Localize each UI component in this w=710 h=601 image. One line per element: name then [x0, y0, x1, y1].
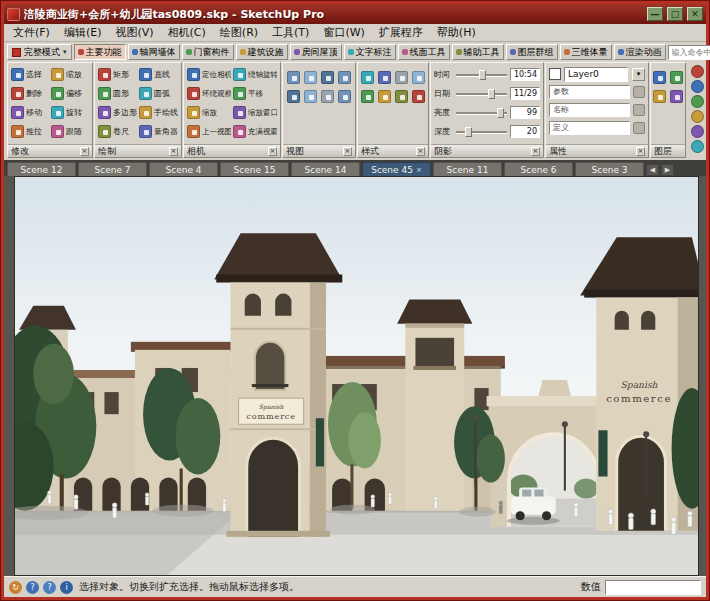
scene-tab-14[interactable]: Scene 14: [291, 162, 360, 176]
close-icon[interactable]: ×: [416, 166, 422, 174]
tape-measure-tool[interactable]: 卷尺: [98, 122, 137, 141]
full-mode-button[interactable]: 完整模式 ▾: [7, 44, 72, 60]
minimize-button[interactable]: —: [647, 7, 663, 21]
params-icon[interactable]: [633, 86, 645, 98]
layer-dropdown[interactable]: Layer0: [564, 67, 628, 82]
left-view-icon[interactable]: [304, 90, 317, 103]
textured-style-icon[interactable]: [378, 90, 391, 103]
plugin-tab-building-facilities[interactable]: 建筑设施: [236, 44, 288, 60]
scene-tab-7[interactable]: Scene 7: [78, 162, 147, 176]
scene-scroll-left-icon[interactable]: ◀: [646, 164, 659, 176]
perspective-view-icon[interactable]: [338, 90, 351, 103]
plugin-tab-layers-groups[interactable]: 图层群组: [506, 44, 558, 60]
line-tool[interactable]: 直线: [139, 65, 178, 84]
scene-scroll-right-icon[interactable]: ▶: [661, 164, 674, 176]
close-button[interactable]: ✕: [687, 7, 703, 21]
definition-icon[interactable]: [633, 122, 645, 134]
scale-tool[interactable]: 缩放: [51, 65, 89, 84]
title-bar[interactable]: 涪陵商业街+会所+幼儿园tas0809.skp - SketchUp Pro —…: [4, 4, 706, 24]
plugin-icon[interactable]: [691, 140, 704, 153]
close-icon[interactable]: ×: [416, 147, 425, 156]
protractor-tool[interactable]: 量角器: [139, 122, 178, 141]
shaded-style-icon[interactable]: [361, 90, 374, 103]
info-icon[interactable]: i: [60, 581, 73, 594]
bottom-view-icon[interactable]: [321, 90, 334, 103]
plugin-icon[interactable]: [691, 95, 704, 108]
shadow-dark-slider[interactable]: [456, 126, 507, 138]
plugin-icon[interactable]: [691, 125, 704, 138]
zoom-extents-tool[interactable]: 充满视窗: [233, 122, 277, 141]
position-camera-tool[interactable]: 定位相机: [187, 65, 231, 84]
measurement-input[interactable]: [605, 580, 701, 595]
layer-manager-icon[interactable]: [653, 71, 666, 84]
shadows-toggle-icon[interactable]: [412, 90, 425, 103]
back-edges-style-icon[interactable]: [378, 71, 391, 84]
front-view-icon[interactable]: [321, 71, 334, 84]
group-caption-layers[interactable]: 图层: [651, 144, 685, 157]
3d-scene[interactable]: Spanish commerce: [15, 177, 698, 575]
offset-tool[interactable]: 偏移: [51, 84, 89, 103]
maximize-button[interactable]: □: [667, 7, 683, 21]
slider-thumb[interactable]: [497, 108, 504, 118]
menu-item-camera[interactable]: 相机(C): [161, 24, 213, 41]
plugin-tab-text-annotation[interactable]: 文字标注: [344, 44, 396, 60]
scene-tab-4[interactable]: Scene 4: [149, 162, 218, 176]
menu-item-file[interactable]: 文件(F): [6, 24, 57, 41]
wireframe-style-icon[interactable]: [395, 71, 408, 84]
scene-tab-6[interactable]: Scene 6: [504, 162, 573, 176]
move-tool[interactable]: 移动: [11, 103, 49, 122]
menu-item-help[interactable]: 帮助(H): [430, 24, 483, 41]
close-icon[interactable]: ×: [268, 147, 277, 156]
close-icon[interactable]: ×: [169, 147, 178, 156]
group-caption-camera[interactable]: 相机×: [184, 144, 280, 157]
shadow-date-slider[interactable]: [456, 88, 507, 100]
xray-style-icon[interactable]: [361, 71, 374, 84]
layer-color-swatch[interactable]: [549, 68, 561, 80]
pan-tool[interactable]: 平移: [233, 84, 277, 103]
group-caption-draw[interactable]: 绘制×: [95, 144, 181, 157]
close-icon[interactable]: ×: [343, 147, 352, 156]
select-tool[interactable]: 选择: [11, 65, 49, 84]
close-icon[interactable]: ×: [636, 147, 645, 156]
top-view-icon[interactable]: [304, 71, 317, 84]
zoom-window-tool[interactable]: 缩放窗口: [233, 103, 277, 122]
group-caption-shadow[interactable]: 阴影×: [431, 144, 543, 157]
eraser-tool[interactable]: 删除: [11, 84, 49, 103]
help-icon[interactable]: ?: [43, 581, 56, 594]
orbit-tool[interactable]: 环绕观察: [187, 84, 231, 103]
menu-item-edit[interactable]: 编辑(E): [57, 24, 109, 41]
plugin-icon[interactable]: [691, 110, 704, 123]
followme-tool[interactable]: 跟随: [51, 122, 89, 141]
params-field[interactable]: 参数: [549, 85, 630, 99]
plugin-tab-auxiliary-tools[interactable]: 辅助工具: [452, 44, 504, 60]
purge-layers-icon[interactable]: [653, 90, 666, 103]
right-view-icon[interactable]: [338, 71, 351, 84]
scene-tab-11[interactable]: Scene 11: [433, 162, 502, 176]
back-view-icon[interactable]: [287, 90, 300, 103]
pushpull-tool[interactable]: 推拉: [11, 122, 49, 141]
group-caption-styles[interactable]: 样式×: [358, 144, 428, 157]
plugin-tab-main-functions[interactable]: 主要功能: [74, 44, 126, 60]
plugin-tab-3d-massing[interactable]: 三维体量: [560, 44, 612, 60]
polygon-tool[interactable]: 多边形: [98, 103, 137, 122]
group-caption-modify[interactable]: 修改×: [8, 144, 92, 157]
scene-tab-45-active[interactable]: Scene 45×: [362, 162, 431, 176]
shadow-light-value[interactable]: 99: [510, 106, 540, 119]
add-layer-icon[interactable]: [670, 71, 683, 84]
shadow-light-slider[interactable]: [456, 107, 507, 119]
circle-tool[interactable]: 圆形: [98, 84, 137, 103]
group-caption-views[interactable]: 视图×: [283, 144, 355, 157]
menu-item-window[interactable]: 窗口(W): [316, 24, 371, 41]
freehand-tool[interactable]: 手绘线: [139, 103, 178, 122]
command-search-input[interactable]: [668, 45, 710, 60]
iso-view-icon[interactable]: [287, 71, 300, 84]
group-caption-properties[interactable]: 属性×: [546, 144, 648, 157]
shadow-date-value[interactable]: 11/29: [510, 87, 540, 100]
model-viewport[interactable]: Spanish commerce: [14, 176, 699, 576]
plugin-tab-render-animation[interactable]: 渲染动画: [614, 44, 666, 60]
plugin-tab-line-face-tools[interactable]: 线面工具: [398, 44, 450, 60]
monochrome-style-icon[interactable]: [395, 90, 408, 103]
scene-tab-15[interactable]: Scene 15: [220, 162, 289, 176]
previous-view-tool[interactable]: 上一视图: [187, 122, 231, 141]
scene-tab-12[interactable]: Scene 12: [7, 162, 76, 176]
